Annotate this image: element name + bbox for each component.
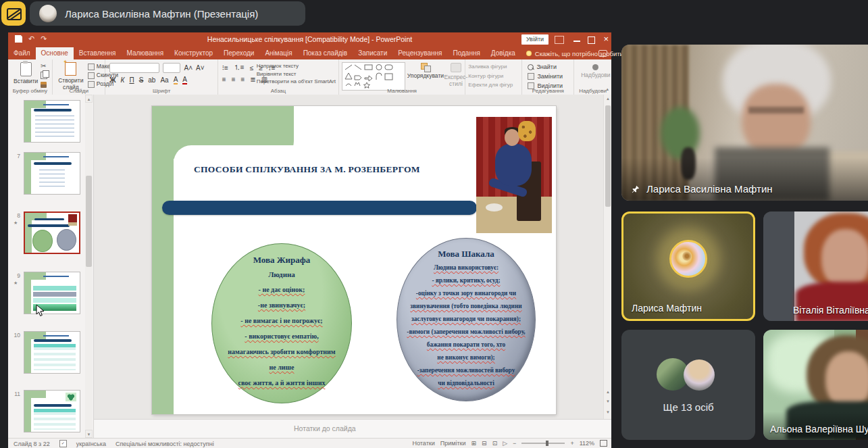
scroll-up-icon[interactable]: ▲ <box>85 95 93 103</box>
scroll-down-icon[interactable]: ▼ <box>85 430 93 438</box>
font-name-input[interactable] <box>109 63 159 73</box>
thumbnail-scrollbar[interactable]: ▲ ▼ <box>85 95 93 438</box>
maximize-button[interactable] <box>588 36 595 44</box>
slide-canvas[interactable]: СПОСОБИ СПІЛКУВАННЯ ЗА М. РОЗЕНБЕРГОМ Мо… <box>152 106 556 414</box>
underline-button[interactable]: П <box>129 76 134 84</box>
align-text-button[interactable]: Вирівняти текст <box>257 71 336 78</box>
numbering-icon[interactable]: ⒈≡ <box>234 63 245 72</box>
align-center-icon[interactable]: ≡ <box>232 76 236 83</box>
convert-smartart-button[interactable]: Перетворити на об'єкт SmartArt <box>257 78 336 86</box>
tell-me-box[interactable]: Скажіть, що потрібно зробити <box>521 47 629 59</box>
scrollbar-thumb[interactable] <box>605 105 611 207</box>
format-painter-icon[interactable] <box>41 82 47 88</box>
previous-slide-button[interactable]: ▲ <box>604 388 612 397</box>
find-button[interactable]: Знайти <box>528 62 563 72</box>
slide-sorter-view-icon[interactable]: ⊟ <box>482 440 487 447</box>
slide-title[interactable]: СПОСОБИ СПІЛКУВАННЯ ЗА М. РОЗЕНБЕРГОМ <box>194 164 484 175</box>
justify-icon[interactable]: ≣ <box>250 76 255 83</box>
normal-view-icon[interactable]: ⊞ <box>471 440 477 447</box>
paste-button[interactable]: Вставити <box>14 62 38 84</box>
tab-insert[interactable]: Вставлення <box>74 47 122 59</box>
reading-view-icon[interactable]: ⊡ <box>492 440 498 447</box>
strikethrough-button[interactable]: S <box>139 76 144 84</box>
ribbon-display-options-icon[interactable] <box>555 36 564 44</box>
notes-pane[interactable]: Нотатки до слайда <box>94 419 611 438</box>
next-slide-button[interactable]: ▼ <box>604 397 612 406</box>
italic-button[interactable]: К <box>121 76 125 84</box>
giraffe-language-oval[interactable]: Мова Жирафа Людина - не дає оцінок; -не … <box>211 243 352 403</box>
video-tile-vitalia[interactable]: Віталія Віталіївна Дідух <box>763 211 868 321</box>
font-size-input[interactable] <box>163 63 180 73</box>
main-video-tile[interactable]: Лариса Василівна Мафтин <box>621 45 868 201</box>
character-spacing-button[interactable]: ab <box>148 76 155 84</box>
replace-button[interactable]: Замінити <box>528 72 563 81</box>
cut-icon[interactable]: ✂ <box>41 64 47 69</box>
scrollbar-thumb[interactable] <box>86 176 92 267</box>
shape-outline-button[interactable]: Контур фігури <box>468 73 513 80</box>
scroll-up-icon[interactable]: ▲ <box>604 95 612 103</box>
tab-review[interactable]: Рецензування <box>392 47 447 59</box>
tab-view[interactable]: Подання <box>447 47 485 59</box>
shape-fill-button[interactable]: Заливка фігури <box>468 64 513 71</box>
speaking-tile-larysa[interactable]: Лариса Мафтин <box>621 211 755 321</box>
tab-design[interactable]: Конструктор <box>169 47 218 59</box>
rosenberg-photo[interactable] <box>476 117 552 233</box>
title-bar[interactable]: ↶ ↷ Ненасильницьке спілкування [Compatib… <box>8 32 611 47</box>
language-status[interactable]: українська <box>76 441 106 447</box>
slideshow-view-icon[interactable]: ▷ <box>503 440 507 447</box>
presenting-banner[interactable]: Лариса Василівна Мафтин (Презентація) <box>30 1 305 26</box>
overflow-participants-tile[interactable]: Ще 13 осіб <box>621 330 755 440</box>
thumbnail-slide-9[interactable] <box>24 272 80 314</box>
thumbnail-slide-6[interactable] <box>24 100 80 143</box>
sign-in-button[interactable]: Увійти <box>521 34 548 45</box>
scroll-down-icon[interactable]: ▼ <box>604 408 612 417</box>
zoom-out-icon[interactable]: − <box>513 440 516 447</box>
notes-toggle-button[interactable]: Нотатки <box>413 440 435 447</box>
video-tile-alona[interactable]: Альона Валеріївна Шульга <box>763 330 868 440</box>
shapes-gallery[interactable] <box>342 62 405 91</box>
addins-button[interactable]: Надбудови <box>581 64 610 78</box>
bold-button[interactable]: Ж <box>109 76 116 84</box>
align-left-icon[interactable]: ≡ <box>222 76 226 83</box>
share-comment-icon[interactable] <box>598 50 607 57</box>
tab-help[interactable]: Довідка <box>486 47 521 59</box>
comments-toggle-button[interactable]: Примітки <box>440 440 466 447</box>
thumbnail-slide-11[interactable] <box>24 390 80 432</box>
font-color-button[interactable]: А <box>182 76 187 84</box>
editor-scrollbar[interactable]: ▲ ▲ ▼ ▼ <box>603 95 611 419</box>
thumbnail-slide-7[interactable] <box>24 152 80 195</box>
tab-draw[interactable]: Малювання <box>122 47 170 59</box>
close-button[interactable]: × <box>603 34 609 44</box>
zoom-slider[interactable] <box>521 443 565 444</box>
grow-font-icon[interactable]: A˄ <box>184 64 193 72</box>
zoom-level[interactable]: 112% <box>580 440 594 447</box>
new-slide-button[interactable]: Створити слайд <box>55 62 86 91</box>
thumbnail-slide-8-selected[interactable] <box>24 211 80 254</box>
shrink-font-icon[interactable]: A˅ <box>196 64 205 72</box>
indent-decrease-icon[interactable]: ≤ <box>250 64 254 72</box>
copy-icon[interactable] <box>41 72 47 79</box>
bullets-icon[interactable]: ⁝≡ <box>222 64 228 72</box>
text-direction-button[interactable]: Напрямок тексту <box>257 63 336 70</box>
jackal-language-oval[interactable]: Мова Шакала Людина використовує: - ярлик… <box>397 238 536 401</box>
slide-divider-bar[interactable] <box>162 201 477 215</box>
zoom-in-icon[interactable]: + <box>570 440 573 447</box>
collapse-ribbon-icon[interactable]: ▴ <box>606 86 609 92</box>
shape-effects-button[interactable]: Ефекти для фігур <box>468 82 513 89</box>
tab-transitions[interactable]: Переходи <box>218 47 259 59</box>
thumbnail-slide-10[interactable] <box>24 331 80 374</box>
spell-check-icon[interactable]: ✓ <box>59 440 67 447</box>
minimize-button[interactable] <box>573 41 580 42</box>
presentation-active-icon[interactable] <box>1 1 26 26</box>
tab-slideshow[interactable]: Показ слайдів <box>298 47 353 59</box>
accessibility-status[interactable]: Спеціальні можливості: недоступні <box>116 441 214 447</box>
align-right-icon[interactable]: ≡ <box>241 76 245 83</box>
tab-record[interactable]: Записати <box>353 47 392 59</box>
highlight-color-button[interactable]: А <box>174 76 178 84</box>
fit-slide-icon[interactable] <box>600 440 607 447</box>
change-case-button[interactable]: Aa <box>160 76 168 84</box>
tab-animations[interactable]: Анімація <box>259 47 297 59</box>
zoom-slider-thumb[interactable] <box>546 441 548 446</box>
tab-home[interactable]: Основне <box>36 47 74 59</box>
tab-file[interactable]: Файл <box>8 47 36 59</box>
